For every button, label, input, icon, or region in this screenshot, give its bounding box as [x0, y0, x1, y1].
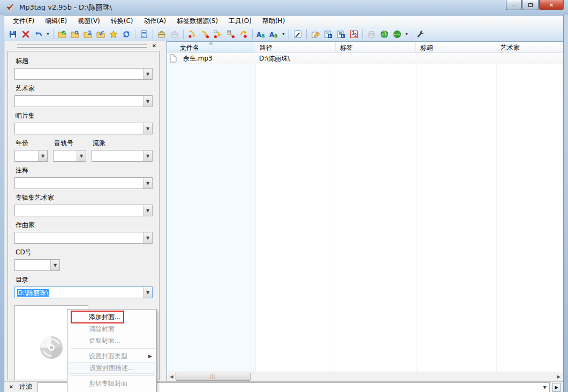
tag-paste-button[interactable] [211, 28, 224, 40]
chevron-down-icon[interactable]: ▼ [143, 123, 152, 134]
minimize-button[interactable]: ─ [506, 0, 522, 10]
title-field[interactable]: ▼ [14, 68, 153, 80]
menu-convert[interactable]: 转换(C) [105, 16, 139, 27]
tag-remove-button[interactable] [237, 28, 250, 40]
websource-dropdown[interactable]: ▾ [404, 28, 410, 40]
scroll-right-icon[interactable]: ▶ [554, 372, 563, 381]
file-name-cell: 余生.mp3 [179, 54, 255, 63]
folder-ok-button[interactable] [56, 28, 69, 40]
actions-button[interactable] [309, 28, 322, 40]
column-header-tag[interactable]: 标签 [336, 42, 416, 52]
refresh-button[interactable] [120, 28, 133, 40]
album-artist-field[interactable]: ▼ [14, 205, 153, 216]
chevron-down-icon[interactable]: ▼ [38, 150, 47, 161]
chevron-down-icon[interactable]: ▼ [143, 69, 152, 79]
chevron-down-icon[interactable]: ▼ [540, 383, 549, 392]
toolbar-separator [153, 29, 153, 39]
menu-actions[interactable]: 动作(A) [139, 16, 172, 27]
favorites-icon [109, 30, 118, 39]
menu-tag-sources[interactable]: 标签数据源(S) [171, 16, 223, 27]
submenu-arrow-icon: ▶ [148, 350, 152, 362]
extended-tags-button[interactable] [138, 28, 150, 40]
sort-ascending-icon [208, 42, 214, 44]
tag-paste-case-button[interactable] [168, 28, 181, 40]
undo-dropdown[interactable]: ▾ [45, 28, 51, 40]
chevron-down-icon[interactable]: ▼ [143, 205, 152, 216]
convert-filename-tag-button[interactable]: Aa [268, 28, 281, 40]
folder-playlist-button[interactable] [81, 28, 94, 40]
year-field[interactable]: ▼ [14, 150, 48, 162]
disc-number-field[interactable]: ▼ [14, 259, 60, 271]
comment-field[interactable]: ▼ [14, 177, 153, 189]
menu-item-set-cover-type: 设置封面类型 ▶ [67, 350, 156, 362]
file-row[interactable]: 余生.mp3 D:\陈丽珠\ [167, 53, 563, 64]
websource-button[interactable] [378, 28, 391, 40]
album-field[interactable]: ▼ [14, 123, 153, 134]
menu-edit[interactable]: 编辑(E) [40, 16, 72, 27]
remove-tag-icon [21, 30, 30, 39]
change-directory-button[interactable] [94, 28, 107, 40]
svg-text:2: 2 [354, 33, 358, 38]
play-button[interactable] [322, 28, 335, 40]
scrollbar-thumb[interactable]: ||| [176, 373, 251, 381]
favorites-button[interactable] [107, 28, 120, 40]
directory-field[interactable]: D:\陈丽珠\ ▼ [14, 287, 153, 298]
chevron-down-icon[interactable]: ▼ [143, 287, 152, 298]
filter-close-icon[interactable]: ✕ [7, 384, 15, 390]
menu-help[interactable]: 帮助(H) [257, 16, 290, 27]
convert-tag-filename-button[interactable]: Aa [255, 28, 268, 40]
print-icon [367, 30, 376, 39]
disc-placeholder-icon [39, 335, 64, 360]
horizontal-scrollbar[interactable]: ◀ ||| ▶ [167, 372, 563, 381]
composer-field[interactable]: ▼ [14, 232, 153, 244]
track-field[interactable]: ▼ [53, 150, 86, 162]
panel-splitter[interactable] [161, 41, 166, 381]
genre-field[interactable]: ▼ [92, 150, 153, 162]
scroll-left-icon[interactable]: ◀ [167, 372, 176, 381]
folder-add-button[interactable] [69, 28, 81, 40]
filter-apply-button[interactable]: ▶ [552, 383, 561, 392]
chevron-down-icon[interactable]: ▼ [77, 150, 86, 161]
chevron-down-icon[interactable]: ▼ [143, 150, 152, 161]
toolbar-separator [183, 29, 184, 39]
convert-dropdown[interactable]: ▾ [281, 28, 286, 40]
panel-close-icon[interactable]: ✕ [150, 42, 158, 50]
chevron-down-icon[interactable]: ▼ [143, 96, 152, 107]
file-list-header: 文件名 路径 标签 标题 艺术家 [167, 42, 563, 53]
tag-copy-case-icon [157, 30, 166, 39]
remove-tag-button[interactable] [19, 28, 32, 40]
folder-ok-icon [58, 30, 66, 39]
save-button[interactable] [6, 28, 19, 40]
panel-grip[interactable]: ✕ [7, 42, 159, 50]
menu-tools[interactable]: 工具(O) [223, 16, 257, 27]
disc-number-label: CD号 [16, 248, 152, 257]
tag-paste-merge-button[interactable] [224, 28, 237, 40]
chevron-down-icon[interactable]: ▼ [143, 178, 152, 189]
column-header-path[interactable]: 路径 [255, 42, 336, 52]
undo-button[interactable] [32, 28, 45, 40]
chevron-down-icon[interactable]: ▼ [50, 260, 59, 270]
year-label: 年份 [16, 139, 47, 148]
menu-item-add-cover[interactable]: 添加封面... [67, 311, 156, 323]
chevron-down-icon[interactable]: ▼ [143, 232, 152, 243]
menu-item-cut-cover: 剪切专辑封面 [67, 378, 156, 389]
menu-file[interactable]: 文件(F) [7, 16, 40, 27]
column-header-filename[interactable]: 文件名 [167, 42, 255, 52]
column-header-artist[interactable]: 艺术家 [496, 42, 563, 52]
toolbar-separator [53, 29, 54, 39]
close-button[interactable]: ✕ [539, 0, 564, 10]
menu-view[interactable]: 视图(V) [72, 16, 105, 27]
maximize-button[interactable] [522, 0, 539, 10]
column-header-title[interactable]: 标题 [416, 42, 496, 52]
autonumber-button[interactable]: 12 [347, 28, 360, 40]
playlist-button[interactable] [335, 28, 347, 40]
edit-tag-button[interactable] [291, 28, 304, 40]
artist-field[interactable]: ▼ [14, 95, 153, 107]
tag-cut-button[interactable] [186, 28, 199, 40]
print-button[interactable] [365, 28, 378, 40]
tag-copy-case-button[interactable] [155, 28, 168, 40]
tag-copy-button[interactable] [199, 28, 211, 40]
options-button[interactable] [414, 28, 427, 40]
svg-text:a: a [274, 32, 278, 38]
websource-menu-button[interactable] [391, 28, 404, 40]
